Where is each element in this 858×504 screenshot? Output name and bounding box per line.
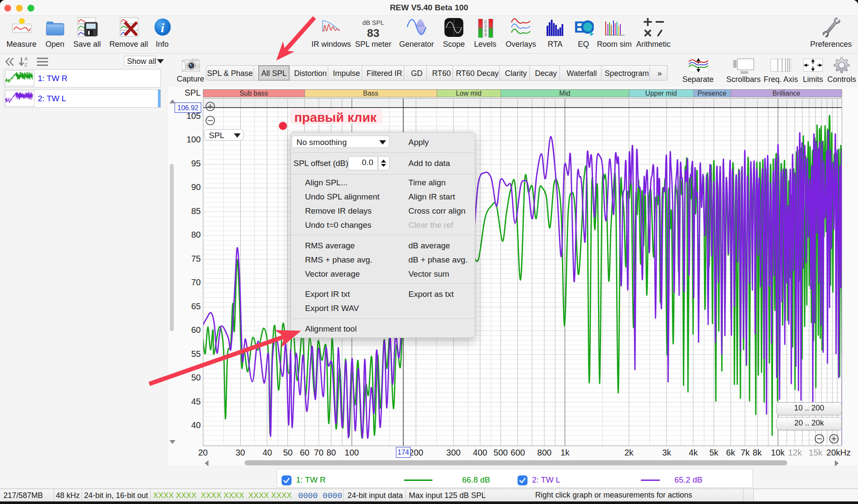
svg-text:i: i <box>161 21 165 35</box>
svg-text:Z: Z <box>24 62 27 67</box>
svg-text:A: A <box>24 56 28 61</box>
svg-text:9: 9 <box>484 33 487 37</box>
